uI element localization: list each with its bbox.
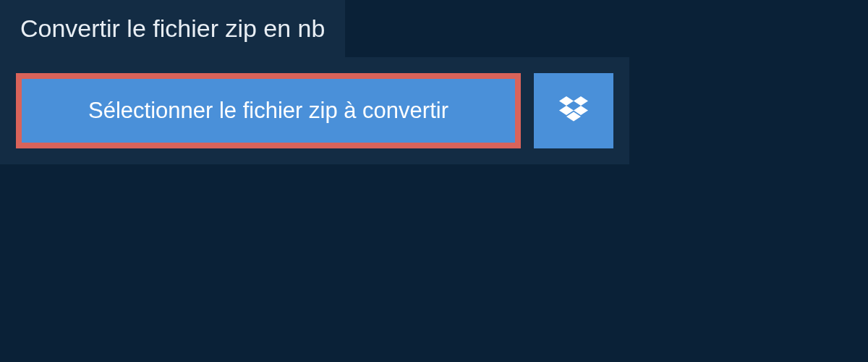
header-tab: Convertir le fichier zip en nb [0, 0, 345, 57]
page-title: Convertir le fichier zip en nb [20, 14, 325, 43]
dropbox-button[interactable] [534, 73, 613, 148]
dropbox-icon [559, 96, 588, 125]
select-file-button[interactable]: Sélectionner le fichier zip à convertir [16, 73, 521, 148]
upload-panel: Sélectionner le fichier zip à convertir [0, 57, 629, 164]
select-file-label: Sélectionner le fichier zip à convertir [88, 98, 448, 124]
